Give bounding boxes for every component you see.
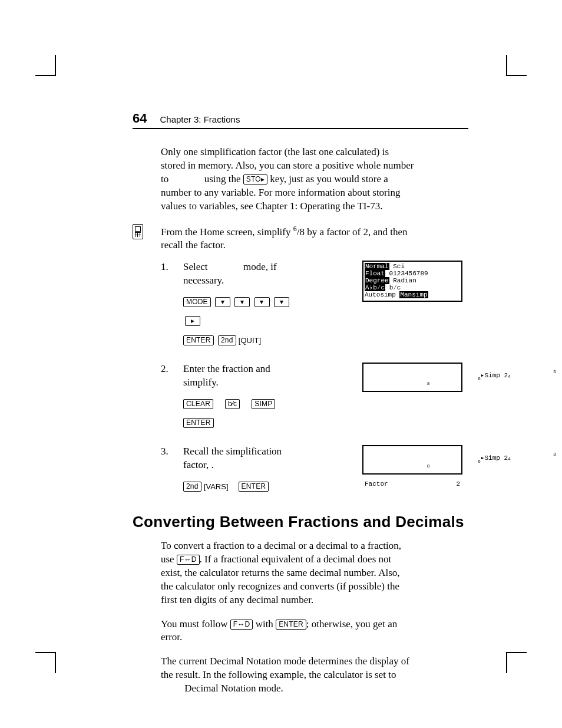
screenshot: 68 ▸Simp 2 34 Factor 2 xyxy=(362,445,462,496)
screenshot: 68 ▸Simp 2 34 xyxy=(362,363,462,432)
intro-paragraph: Only one simplification factor (the last… xyxy=(161,146,414,213)
text: 2 xyxy=(456,480,460,487)
simp-key-icon: SIMP xyxy=(252,399,275,409)
step-description: Select mode, if necessary. MODE ▾ ▾ ▾ ▾ … xyxy=(183,261,295,350)
screen-frac: 34 xyxy=(508,447,556,480)
key-sequence: 2nd [VARS] ENTER xyxy=(183,477,295,496)
text: Autosimp xyxy=(365,291,399,298)
down-arrow-key-icon: ▾ xyxy=(215,297,230,307)
text: Decimal Notation mode. xyxy=(182,683,283,694)
page-number: 64 xyxy=(133,111,147,126)
text: using the xyxy=(201,173,243,185)
enter-key-icon: ENTER xyxy=(183,418,214,428)
step-number: 3. xyxy=(161,445,177,496)
vars-secondary-label: [VARS] xyxy=(204,482,229,491)
text: ▸Simp 2 xyxy=(481,372,508,379)
crop-mark xyxy=(507,75,527,76)
calculator-icon xyxy=(133,224,143,239)
example-block: From the Home screen, simplify 6/8 by a … xyxy=(133,224,468,253)
text: with xyxy=(253,618,276,630)
fraction-denominator: 8 xyxy=(299,226,305,237)
enter-key-icon: ENTER xyxy=(276,620,306,630)
factor-screen: 68 ▸Simp 2 34 Factor 2 xyxy=(362,445,462,475)
screen-frac: 68 xyxy=(427,454,481,473)
crop-mark xyxy=(35,75,55,76)
body-paragraph: To convert a fraction to a decimal or a … xyxy=(161,539,414,696)
screen-frac: 34 xyxy=(508,365,556,398)
sto-key-icon: STO▸ xyxy=(243,174,267,185)
mode-key-icon: MODE xyxy=(183,297,211,307)
page: 64 Chapter 3: Fractions Only one simplif… xyxy=(0,0,562,728)
text: The current Decimal Notation mode determ… xyxy=(161,655,409,680)
text: Mansimp xyxy=(399,291,428,298)
text: A♭b⁄c xyxy=(365,284,385,291)
mode-screen: Normal Sci Float 0123456789 Degree Radia… xyxy=(362,261,462,302)
down-arrow-key-icon: ▾ xyxy=(274,297,289,307)
text: Sci xyxy=(389,263,405,270)
fd-key-icon: F↔D xyxy=(177,555,200,565)
text: key, just as you would store a number to… xyxy=(161,173,401,212)
crop-mark xyxy=(55,652,56,673)
crop-mark xyxy=(506,652,507,673)
screen-frac: 68 xyxy=(427,372,481,391)
down-arrow-key-icon: ▾ xyxy=(254,297,270,307)
text: Factor xyxy=(365,480,388,487)
second-key-icon: 2nd xyxy=(218,335,236,345)
crop-mark xyxy=(506,55,507,76)
steps-list: 1. Select mode, if necessary. MODE ▾ ▾ ▾… xyxy=(161,261,462,496)
text: Select xyxy=(183,261,210,272)
key-sequence: CLEAR b⁄c SIMP ENTER xyxy=(183,394,295,433)
text: ▸Simp 2 xyxy=(481,454,508,462)
text: From the Home screen, simplify xyxy=(161,226,293,237)
step-item: 3. Recall the simplification factor, . 2… xyxy=(161,445,462,496)
step-number: 2. xyxy=(161,363,177,432)
text: Float xyxy=(365,270,385,277)
text: You must follow xyxy=(161,618,230,630)
fraction-numerator: 6 xyxy=(293,225,297,233)
enter-key-icon: ENTER xyxy=(239,482,269,492)
content-area: 64 Chapter 3: Fractions Only one simplif… xyxy=(133,111,468,706)
crop-mark xyxy=(35,652,55,653)
screenshot: Normal Sci Float 0123456789 Degree Radia… xyxy=(362,261,462,350)
second-key-icon: 2nd xyxy=(183,482,201,492)
right-arrow-key-icon: ▸ xyxy=(185,316,200,326)
text: Enter the fraction and simplify. xyxy=(183,363,270,388)
step-item: 1. Select mode, if necessary. MODE ▾ ▾ ▾… xyxy=(161,261,462,350)
enter-key-icon: ENTER xyxy=(183,335,214,345)
clear-key-icon: CLEAR xyxy=(183,399,213,409)
simp-screen: 68 ▸Simp 2 34 xyxy=(362,363,462,392)
text: Degree xyxy=(365,277,389,284)
text: Radian xyxy=(389,277,416,284)
section-heading: Converting Between Fractions and Decimal… xyxy=(133,513,468,531)
step-description: Enter the fraction and simplify. CLEAR b… xyxy=(183,363,295,432)
crop-mark xyxy=(55,55,56,76)
step-description: Recall the simplification factor, . 2nd … xyxy=(183,445,295,496)
text: 0123456789 xyxy=(385,270,428,277)
chapter-label: Chapter 3: Fractions xyxy=(160,114,240,124)
fd-key-icon: F↔D xyxy=(230,620,253,630)
key-sequence: MODE ▾ ▾ ▾ ▾ ▸ ENTER 2nd [QUIT] xyxy=(183,292,295,350)
bc-key-icon: b⁄c xyxy=(225,399,240,409)
down-arrow-key-icon: ▾ xyxy=(234,297,250,307)
crop-mark xyxy=(507,652,527,653)
quit-secondary-label: [QUIT] xyxy=(239,336,261,345)
text: Normal xyxy=(365,263,389,270)
step-item: 2. Enter the fraction and simplify. CLEA… xyxy=(161,363,462,432)
text: Recall the simplification factor, . xyxy=(183,446,282,470)
step-number: 1. xyxy=(161,261,177,350)
text: b⁄c xyxy=(385,284,401,291)
running-head: 64 Chapter 3: Fractions xyxy=(133,111,468,129)
